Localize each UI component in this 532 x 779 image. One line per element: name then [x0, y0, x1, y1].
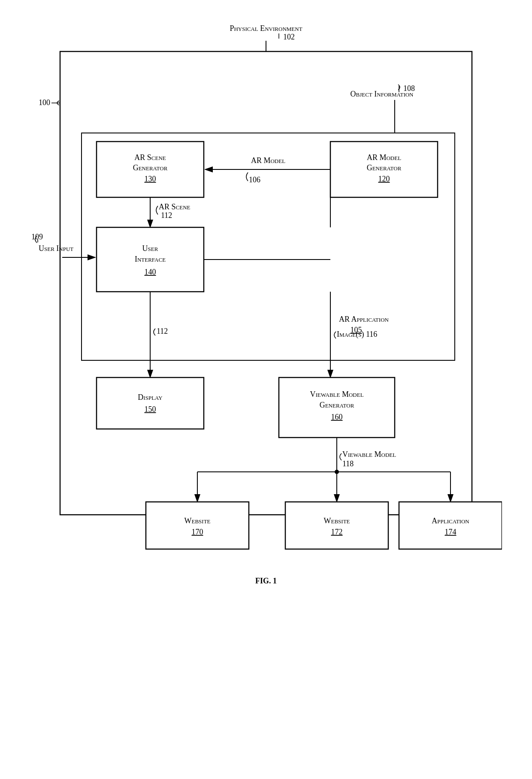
ref-100: 100 — [39, 98, 50, 107]
website1-box — [146, 502, 249, 549]
fig-label: FIG. 1 — [255, 577, 277, 585]
ar-scene-112: 112 — [161, 211, 172, 220]
website2-ref: 172 — [331, 528, 343, 536]
physical-environment-label: Physical Environment — [230, 24, 302, 33]
website2-label: Website — [323, 516, 350, 525]
viewable-model-gen-label1: Viewable Model — [310, 390, 363, 399]
ar-model-label: AR Model — [251, 156, 285, 165]
ar-scene-gen-label2: Generator — [133, 163, 168, 172]
application-label: Application — [432, 516, 469, 525]
application-ref: 174 — [445, 528, 456, 536]
user-interface-label2: Interface — [135, 255, 166, 263]
website2-box — [285, 502, 388, 549]
diagram-container: Physical Environment 102 Camera 110 View… — [30, 17, 502, 755]
diagram-svg: Physical Environment 102 Camera 110 View… — [30, 17, 502, 755]
display-box — [97, 377, 204, 429]
ar-model-gen-label2: Generator — [367, 163, 402, 172]
ar-scene-gen-label1: AR Scene — [134, 153, 166, 162]
website1-label: Website — [184, 516, 210, 525]
ref-102: 102 — [283, 33, 295, 41]
ar-scene-gen-ref: 130 — [145, 175, 156, 183]
ar-model-gen-ref: 120 — [378, 175, 390, 183]
viewable-model-gen-ref: 160 — [331, 413, 343, 421]
ar-scene-label: AR Scene — [159, 202, 190, 211]
ref-106: 106 — [249, 175, 260, 184]
ar-application-label: AR Application — [339, 315, 389, 323]
user-input-label: User Input — [39, 244, 73, 253]
viewable-model-label: Viewable Model — [342, 450, 396, 459]
ref-118: 118 — [342, 459, 354, 468]
application-box — [399, 502, 502, 549]
user-interface-label1: User — [142, 244, 158, 253]
ref-108: 108 — [403, 84, 415, 93]
images-label: Image(s) 116 — [337, 330, 377, 339]
viewable-model-gen-label2: Generator — [320, 401, 354, 409]
display-label: Display — [138, 393, 163, 402]
user-interface-ref: 140 — [145, 268, 156, 276]
website1-ref: 170 — [192, 528, 203, 536]
ref-112-lower: 112 — [157, 327, 168, 335]
ref-109: 109 — [31, 232, 43, 241]
display-ref: 150 — [145, 405, 156, 414]
ar-model-gen-label1: AR Model — [367, 153, 401, 162]
